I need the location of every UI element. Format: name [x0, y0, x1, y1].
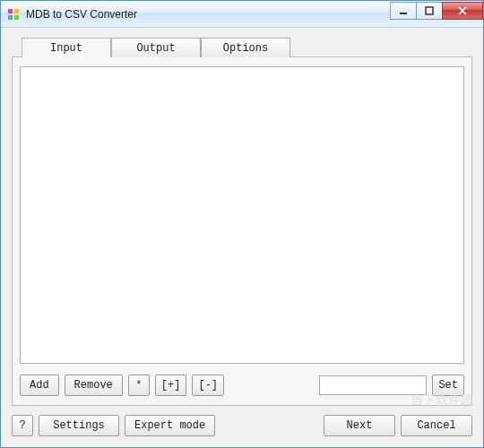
client-area: Input Output Options Add Remove *: [1, 28, 483, 447]
svg-rect-0: [8, 9, 13, 13]
maximize-button[interactable]: [416, 2, 443, 20]
window-title: MDB to CSV Converter: [26, 8, 391, 21]
svg-rect-4: [400, 13, 407, 14]
expert-mode-button[interactable]: Expert mode: [125, 415, 215, 436]
minimize-button[interactable]: [390, 2, 417, 20]
cancel-button[interactable]: Cancel: [401, 415, 472, 436]
button-label: *: [135, 379, 142, 392]
set-button[interactable]: Set: [432, 375, 464, 396]
app-window: MDB to CSV Converter Input Output: [0, 0, 484, 448]
button-label: Cancel: [417, 419, 455, 432]
filter-input[interactable]: [319, 375, 427, 395]
svg-rect-2: [8, 15, 13, 20]
button-label: Expert mode: [134, 419, 205, 432]
tab-panel: Input Output Options Add Remove *: [12, 56, 472, 406]
tab-label: Input: [50, 42, 82, 55]
tab-label: Output: [136, 42, 175, 55]
tab-options[interactable]: Options: [201, 38, 290, 57]
bottom-bar: ? Settings Expert mode Next Cancel: [12, 415, 472, 436]
tab-input[interactable]: Input: [22, 38, 111, 57]
collapse-button[interactable]: [-]: [192, 375, 224, 396]
add-button[interactable]: Add: [20, 375, 59, 396]
remove-button[interactable]: Remove: [65, 375, 123, 396]
app-icon: [6, 7, 21, 22]
tab-output[interactable]: Output: [111, 38, 201, 57]
button-label: Remove: [74, 379, 113, 392]
button-label: ?: [19, 419, 25, 432]
expand-button[interactable]: [+]: [155, 375, 187, 396]
select-all-button[interactable]: *: [128, 375, 150, 396]
button-label: Add: [30, 379, 49, 392]
titlebar: MDB to CSV Converter: [1, 1, 483, 28]
svg-rect-3: [14, 15, 19, 20]
settings-button[interactable]: Settings: [39, 415, 119, 436]
help-button[interactable]: ?: [12, 415, 33, 436]
button-label: [-]: [198, 379, 218, 392]
svg-rect-5: [426, 7, 433, 14]
button-label: Next: [347, 419, 373, 432]
input-file-list[interactable]: [20, 66, 464, 364]
tab-label: Options: [223, 42, 268, 55]
next-button[interactable]: Next: [324, 415, 395, 436]
button-label: Settings: [53, 419, 105, 432]
input-toolbar: Add Remove * [+] [-] Set: [20, 373, 464, 398]
button-label: [+]: [161, 379, 181, 392]
button-label: Set: [438, 379, 458, 392]
close-button[interactable]: [442, 2, 483, 20]
window-controls: [391, 1, 483, 27]
svg-rect-1: [14, 9, 19, 13]
tabs-row: Input Output Options: [22, 38, 290, 57]
